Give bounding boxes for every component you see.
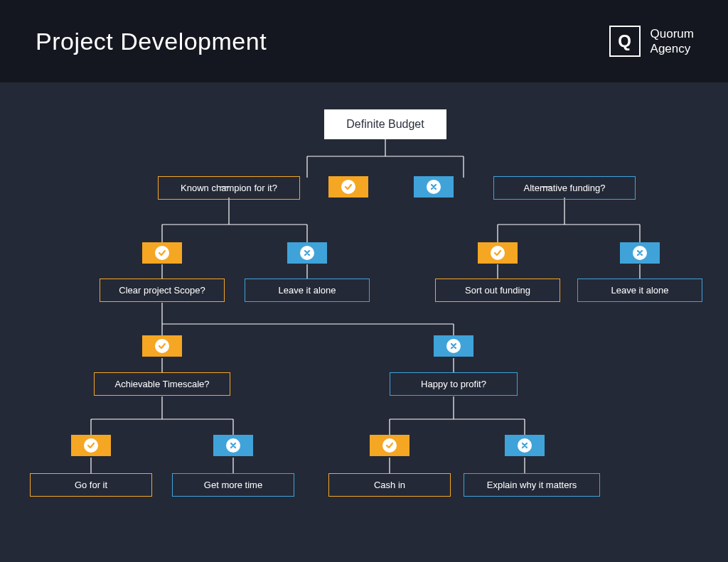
header-bar: Project Development Q Quorum Agency: [0, 0, 728, 82]
check-icon: [491, 246, 505, 260]
node-leave-it-alone-1: Leave it alone: [245, 279, 370, 302]
badge-no-profit: [505, 435, 545, 456]
node-clear-scope: Clear project Scope?: [100, 279, 225, 302]
node-definite-budget: Definite Budget: [324, 109, 446, 139]
check-icon: [84, 438, 98, 453]
brand-line1: Quorum: [651, 26, 694, 41]
badge-no-budget: [414, 176, 454, 198]
check-icon: [382, 438, 397, 453]
page-title: Project Development: [36, 28, 267, 55]
badge-yes-altfund: [478, 242, 518, 264]
node-leave-it-alone-2: Leave it alone: [577, 279, 702, 302]
brand-text: Quorum Agency: [651, 26, 694, 57]
node-explain-why: Explain why it matters: [464, 473, 600, 497]
badge-no-scope: [434, 335, 473, 357]
node-sort-out-funding: Sort out funding: [435, 279, 560, 302]
cross-icon: [518, 438, 532, 453]
badge-no-altfund: [620, 242, 660, 264]
cross-icon: [226, 438, 240, 453]
check-icon: [155, 246, 169, 260]
node-happy-to-profit: Happy to profit?: [390, 372, 518, 396]
node-cash-in: Cash in: [328, 473, 451, 497]
badge-yes-scope: [142, 335, 182, 357]
node-alternative-funding: Alternative funding?: [493, 176, 636, 200]
badge-yes-timescale: [71, 435, 111, 456]
node-get-more-time: Get more time: [172, 473, 294, 497]
node-known-champion: Known champion for it?: [158, 176, 300, 200]
cross-icon: [446, 339, 461, 353]
brand-logo: Q Quorum Agency: [609, 26, 694, 57]
badge-no-champion: [287, 242, 327, 264]
cross-icon: [633, 246, 647, 260]
node-achievable-timescale: Achievable Timescale?: [94, 372, 230, 396]
node-go-for-it: Go for it: [30, 473, 152, 497]
badge-yes-profit: [370, 435, 410, 456]
cross-icon: [300, 246, 314, 260]
badge-no-timescale: [213, 435, 253, 456]
cross-icon: [427, 180, 441, 194]
badge-yes-budget: [328, 176, 368, 198]
diagram-canvas: Definite Budget Known champion for it? A…: [0, 82, 728, 562]
check-icon: [341, 180, 355, 194]
badge-yes-champion: [142, 242, 182, 264]
brand-mark: Q: [609, 26, 641, 57]
check-icon: [155, 339, 169, 353]
brand-line2: Agency: [651, 41, 694, 56]
